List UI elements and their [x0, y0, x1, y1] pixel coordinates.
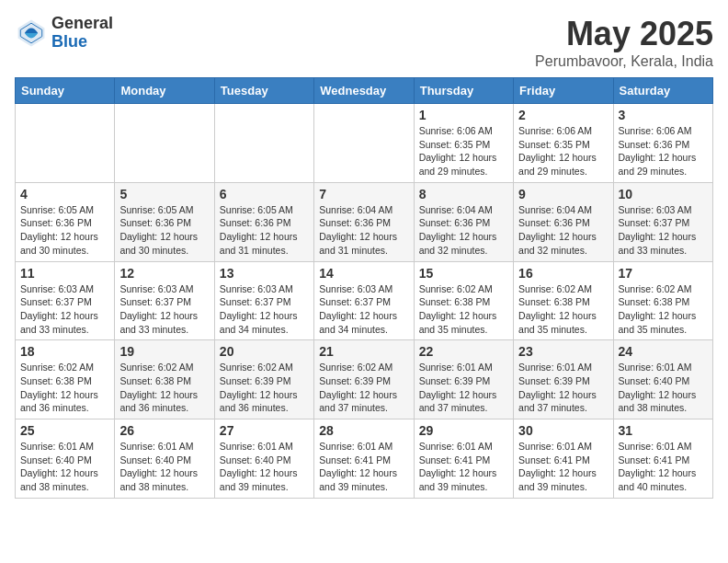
calendar-cell: 16Sunrise: 6:02 AMSunset: 6:38 PMDayligh… — [514, 261, 613, 340]
day-info: Sunrise: 6:06 AMSunset: 6:35 PMDaylight:… — [419, 124, 508, 178]
day-info: Sunrise: 6:01 AMSunset: 6:40 PMDaylight:… — [619, 361, 708, 415]
day-number: 27 — [220, 423, 309, 438]
calendar-cell: 19Sunrise: 6:02 AMSunset: 6:38 PMDayligh… — [115, 340, 214, 419]
day-number: 31 — [619, 423, 708, 438]
day-number: 19 — [119, 344, 209, 359]
title-block: May 2025 Perumbavoor, Kerala, India — [535, 15, 713, 70]
day-number: 28 — [319, 423, 408, 438]
day-info: Sunrise: 6:02 AMSunset: 6:39 PMDaylight:… — [220, 361, 309, 415]
calendar-cell: 29Sunrise: 6:01 AMSunset: 6:41 PMDayligh… — [414, 419, 513, 499]
day-info: Sunrise: 6:01 AMSunset: 6:41 PMDaylight:… — [419, 440, 508, 494]
calendar-cell: 9Sunrise: 6:04 AMSunset: 6:36 PMDaylight… — [514, 182, 613, 261]
day-number: 5 — [119, 187, 209, 201]
calendar-table: SundayMondayTuesdayWednesdayThursdayFrid… — [15, 77, 713, 499]
day-info: Sunrise: 6:01 AMSunset: 6:41 PMDaylight:… — [619, 440, 708, 494]
calendar-cell: 17Sunrise: 6:02 AMSunset: 6:38 PMDayligh… — [613, 261, 712, 340]
weekday-monday: Monday — [115, 78, 214, 104]
day-info: Sunrise: 6:04 AMSunset: 6:36 PMDaylight:… — [319, 203, 408, 258]
calendar-row-1: 4Sunrise: 6:05 AMSunset: 6:36 PMDaylight… — [16, 182, 713, 261]
day-info: Sunrise: 6:02 AMSunset: 6:38 PMDaylight:… — [619, 282, 708, 337]
day-number: 20 — [220, 344, 309, 359]
day-number: 18 — [20, 344, 109, 359]
day-number: 15 — [419, 266, 508, 281]
day-number: 17 — [619, 266, 708, 281]
calendar-cell: 13Sunrise: 6:03 AMSunset: 6:37 PMDayligh… — [214, 261, 313, 340]
weekday-tuesday: Tuesday — [214, 78, 313, 104]
calendar-cell: 27Sunrise: 6:01 AMSunset: 6:40 PMDayligh… — [214, 419, 313, 499]
month-title: May 2025 — [535, 15, 713, 53]
day-number: 4 — [20, 187, 109, 201]
day-info: Sunrise: 6:03 AMSunset: 6:37 PMDaylight:… — [119, 282, 209, 337]
weekday-wednesday: Wednesday — [314, 78, 414, 104]
calendar-cell: 12Sunrise: 6:03 AMSunset: 6:37 PMDayligh… — [115, 261, 214, 340]
calendar-cell: 8Sunrise: 6:04 AMSunset: 6:36 PMDaylight… — [414, 182, 513, 261]
day-info: Sunrise: 6:02 AMSunset: 6:39 PMDaylight:… — [319, 361, 408, 415]
day-number: 21 — [319, 344, 408, 359]
day-info: Sunrise: 6:02 AMSunset: 6:38 PMDaylight:… — [119, 361, 209, 415]
calendar-cell: 30Sunrise: 6:01 AMSunset: 6:41 PMDayligh… — [514, 419, 613, 499]
calendar-cell — [16, 104, 115, 183]
day-info: Sunrise: 6:03 AMSunset: 6:37 PMDaylight:… — [619, 203, 708, 258]
day-info: Sunrise: 6:01 AMSunset: 6:40 PMDaylight:… — [20, 440, 109, 494]
day-info: Sunrise: 6:01 AMSunset: 6:41 PMDaylight:… — [518, 440, 608, 494]
calendar-cell: 1Sunrise: 6:06 AMSunset: 6:35 PMDaylight… — [414, 104, 513, 183]
calendar-cell: 21Sunrise: 6:02 AMSunset: 6:39 PMDayligh… — [314, 340, 414, 419]
weekday-friday: Friday — [514, 78, 613, 104]
logo: General Blue — [15, 15, 113, 52]
day-info: Sunrise: 6:03 AMSunset: 6:37 PMDaylight:… — [20, 282, 109, 337]
calendar-cell: 2Sunrise: 6:06 AMSunset: 6:35 PMDaylight… — [514, 104, 613, 183]
calendar-cell: 4Sunrise: 6:05 AMSunset: 6:36 PMDaylight… — [16, 182, 115, 261]
logo-text: General Blue — [51, 15, 113, 52]
weekday-thursday: Thursday — [414, 78, 513, 104]
day-number: 16 — [518, 266, 608, 281]
day-number: 11 — [20, 266, 109, 281]
calendar-cell: 14Sunrise: 6:03 AMSunset: 6:37 PMDayligh… — [314, 261, 414, 340]
calendar-cell: 10Sunrise: 6:03 AMSunset: 6:37 PMDayligh… — [613, 182, 712, 261]
weekday-header-row: SundayMondayTuesdayWednesdayThursdayFrid… — [16, 78, 713, 104]
calendar-cell: 3Sunrise: 6:06 AMSunset: 6:36 PMDaylight… — [613, 104, 712, 183]
day-info: Sunrise: 6:01 AMSunset: 6:40 PMDaylight:… — [119, 440, 209, 494]
weekday-sunday: Sunday — [16, 78, 115, 104]
day-info: Sunrise: 6:03 AMSunset: 6:37 PMDaylight:… — [319, 282, 408, 337]
calendar-row-3: 18Sunrise: 6:02 AMSunset: 6:38 PMDayligh… — [16, 340, 713, 419]
calendar-cell: 20Sunrise: 6:02 AMSunset: 6:39 PMDayligh… — [214, 340, 313, 419]
day-info: Sunrise: 6:02 AMSunset: 6:38 PMDaylight:… — [20, 361, 109, 415]
calendar-cell — [115, 104, 214, 183]
day-number: 29 — [419, 423, 508, 438]
calendar-cell: 7Sunrise: 6:04 AMSunset: 6:36 PMDaylight… — [314, 182, 414, 261]
calendar-cell — [214, 104, 313, 183]
day-number: 26 — [119, 423, 209, 438]
day-info: Sunrise: 6:01 AMSunset: 6:40 PMDaylight:… — [220, 440, 309, 494]
day-info: Sunrise: 6:01 AMSunset: 6:39 PMDaylight:… — [518, 361, 608, 415]
day-number: 14 — [319, 266, 408, 281]
day-number: 8 — [419, 187, 508, 201]
calendar-cell: 25Sunrise: 6:01 AMSunset: 6:40 PMDayligh… — [16, 419, 115, 499]
calendar-cell: 23Sunrise: 6:01 AMSunset: 6:39 PMDayligh… — [514, 340, 613, 419]
calendar-cell: 15Sunrise: 6:02 AMSunset: 6:38 PMDayligh… — [414, 261, 513, 340]
calendar-cell: 31Sunrise: 6:01 AMSunset: 6:41 PMDayligh… — [613, 419, 712, 499]
day-info: Sunrise: 6:04 AMSunset: 6:36 PMDaylight:… — [518, 203, 608, 258]
day-info: Sunrise: 6:06 AMSunset: 6:36 PMDaylight:… — [619, 124, 708, 178]
calendar-cell: 24Sunrise: 6:01 AMSunset: 6:40 PMDayligh… — [613, 340, 712, 419]
day-info: Sunrise: 6:03 AMSunset: 6:37 PMDaylight:… — [220, 282, 309, 337]
calendar-cell: 5Sunrise: 6:05 AMSunset: 6:36 PMDaylight… — [115, 182, 214, 261]
day-number: 24 — [619, 344, 708, 359]
day-number: 9 — [518, 187, 608, 201]
calendar-cell: 11Sunrise: 6:03 AMSunset: 6:37 PMDayligh… — [16, 261, 115, 340]
day-number: 7 — [319, 187, 408, 201]
logo-general: General — [51, 15, 113, 33]
day-number: 2 — [518, 108, 608, 122]
calendar-cell — [314, 104, 414, 183]
calendar-cell: 18Sunrise: 6:02 AMSunset: 6:38 PMDayligh… — [16, 340, 115, 419]
calendar-row-2: 11Sunrise: 6:03 AMSunset: 6:37 PMDayligh… — [16, 261, 713, 340]
day-number: 6 — [220, 187, 309, 201]
day-info: Sunrise: 6:05 AMSunset: 6:36 PMDaylight:… — [119, 203, 209, 258]
calendar-cell: 6Sunrise: 6:05 AMSunset: 6:36 PMDaylight… — [214, 182, 313, 261]
page-header: General Blue May 2025 Perumbavoor, Keral… — [15, 15, 713, 70]
day-number: 3 — [619, 108, 708, 122]
day-info: Sunrise: 6:02 AMSunset: 6:38 PMDaylight:… — [518, 282, 608, 337]
day-info: Sunrise: 6:06 AMSunset: 6:35 PMDaylight:… — [518, 124, 608, 178]
calendar-row-4: 25Sunrise: 6:01 AMSunset: 6:40 PMDayligh… — [16, 419, 713, 499]
day-info: Sunrise: 6:02 AMSunset: 6:38 PMDaylight:… — [419, 282, 508, 337]
day-number: 30 — [518, 423, 608, 438]
